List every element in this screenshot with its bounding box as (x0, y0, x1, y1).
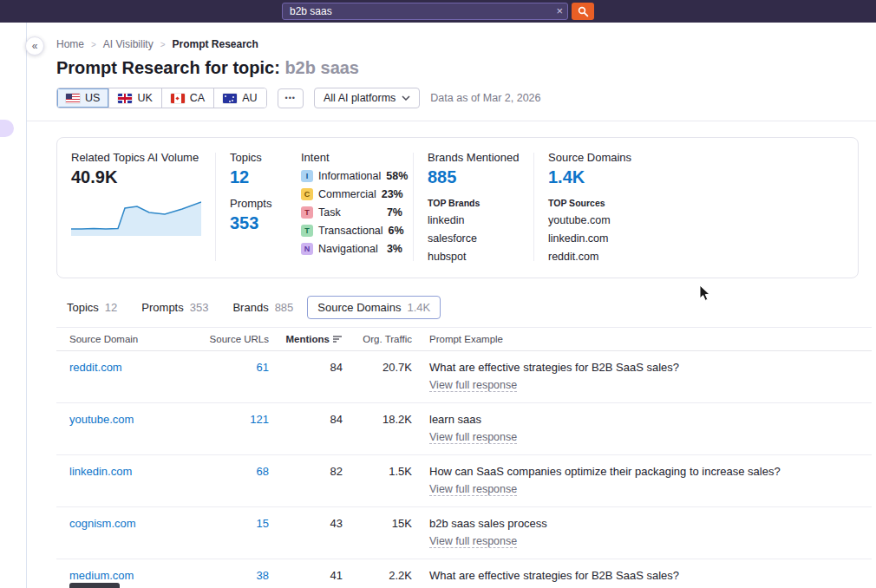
intent-pct: 58% (386, 170, 408, 182)
sidebar-collapse-button[interactable]: « (25, 36, 44, 56)
country-tab-uk[interactable]: UK (109, 88, 161, 108)
top-source-item: linkedin.com (548, 232, 847, 245)
ai-volume-value: 40.9K (71, 167, 205, 187)
org-traffic-value: 15K (343, 517, 412, 530)
col-header-source-domain[interactable]: Source Domain (69, 334, 208, 344)
source-urls-value[interactable]: 15 (208, 517, 269, 530)
domain-link[interactable]: youtube.com (69, 413, 134, 426)
country-tab-ca[interactable]: CA (162, 88, 214, 108)
tab-source-domains[interactable]: Source Domains 1.4K (307, 296, 441, 319)
domain-link[interactable]: reddit.com (69, 361, 122, 374)
source-urls-value[interactable]: 38 (208, 569, 269, 582)
prompt-example-text: What are effective strategies for B2B Sa… (429, 361, 872, 374)
prompt-example-text: learn saas (429, 413, 872, 426)
breadcrumb: Home > AI Visibility > Prompt Research (56, 38, 876, 50)
source-domains-value[interactable]: 1.4K (548, 167, 847, 187)
country-tab-au[interactable]: AU (214, 88, 265, 108)
sidebar-active-pill (0, 120, 14, 137)
topics-prompts-section: Topics 12 Prompts 353 (216, 151, 287, 263)
country-tab-us[interactable]: US (57, 88, 109, 108)
intent-item-informational: I Informational 58% (301, 170, 402, 182)
tab-label: Prompts (141, 301, 183, 314)
intent-label: Intent (301, 151, 402, 164)
source-urls-value[interactable]: 68 (208, 465, 269, 478)
topbar: × (0, 0, 876, 23)
source-domains-section: Source Domains 1.4K TOP Sources youtube.… (534, 151, 858, 263)
top-sources-label: TOP Sources (548, 198, 847, 208)
tabs-row: Topics 12 Prompts 353 Brands 885 Source … (56, 296, 876, 319)
prompt-example-text: What are effective strategies for B2B Sa… (429, 569, 872, 582)
tab-prompts[interactable]: Prompts 353 (131, 296, 219, 319)
intent-pct: 23% (382, 188, 403, 200)
tab-brands[interactable]: Brands 885 (222, 296, 304, 319)
filter-row: US UK CA AU ••• (56, 88, 876, 121)
summary-card: Related Topics AI Volume 40.9K Topics 12… (56, 137, 859, 278)
table-header-row: Source Domain Source URLs Mentions Org. … (56, 327, 872, 351)
domain-link[interactable]: medium.com (69, 569, 134, 582)
tab-count: 885 (275, 301, 294, 314)
search-button[interactable] (572, 3, 594, 20)
page-title-prefix: Prompt Research for topic: (56, 58, 284, 77)
view-full-response-link[interactable]: View full response (429, 431, 517, 444)
col-header-org-traffic[interactable]: Org. Traffic (343, 334, 412, 344)
ai-volume-section: Related Topics AI Volume 40.9K (57, 151, 215, 263)
prompts-label: Prompts (230, 197, 277, 210)
domain-link[interactable]: linkedin.com (69, 465, 132, 478)
prompt-example-text: How can SaaS companies optimize their pa… (429, 465, 872, 478)
col-header-prompt-example: Prompt Example (412, 334, 872, 344)
source-urls-value[interactable]: 121 (208, 413, 269, 426)
commercial-intent-icon: C (301, 188, 313, 200)
view-full-response-link[interactable]: View full response (429, 535, 517, 548)
divider (27, 121, 876, 121)
col-header-mentions[interactable]: Mentions (269, 334, 343, 344)
breadcrumb-separator-icon: > (91, 40, 96, 49)
top-source-item: youtube.com (548, 214, 847, 226)
tab-label: Brands (232, 301, 268, 314)
breadcrumb-current: Prompt Research (173, 38, 258, 50)
breadcrumb-separator-icon: > (160, 40, 166, 49)
brands-mentioned-section: Brands Mentioned 885 TOP Brands linkedin… (414, 151, 533, 263)
intent-item-navigational: N Navigational 3% (301, 243, 402, 255)
tab-topics[interactable]: Topics 12 (56, 296, 127, 319)
source-urls-value[interactable]: 61 (208, 361, 269, 374)
intent-item-transactional: T Transactional 6% (301, 225, 402, 237)
task-intent-icon: T (301, 206, 313, 219)
org-traffic-value: 2.2K (343, 569, 412, 582)
sort-icon (333, 335, 343, 343)
brands-value[interactable]: 885 (428, 167, 523, 187)
domain-link[interactable]: cognism.com (69, 517, 136, 530)
intent-name: Informational (318, 170, 381, 182)
intent-name: Commercial (318, 188, 376, 200)
intent-name: Navigational (318, 243, 378, 255)
mentions-value: 82 (269, 465, 343, 478)
intent-pct: 3% (387, 243, 402, 255)
mentions-value: 41 (269, 569, 343, 582)
data-as-of-label: Data as of Mar 2, 2026 (430, 92, 540, 104)
mentions-header-label: Mentions (286, 334, 330, 344)
view-full-response-link[interactable]: View full response (429, 483, 517, 496)
clear-search-icon[interactable]: × (556, 3, 563, 19)
prompts-value[interactable]: 353 (230, 213, 277, 233)
page-title-topic: b2b saas (284, 58, 359, 77)
more-countries-button[interactable]: ••• (278, 88, 304, 108)
search-input[interactable] (282, 3, 568, 20)
breadcrumb-home[interactable]: Home (56, 38, 84, 50)
mentions-value: 84 (269, 413, 343, 426)
mentions-value: 84 (269, 361, 343, 374)
country-label: US (85, 92, 100, 104)
country-label: AU (242, 92, 257, 104)
chevron-down-icon (402, 95, 410, 101)
col-header-source-urls[interactable]: Source URLs (208, 334, 269, 344)
country-label: UK (137, 92, 152, 104)
ai-volume-label: Related Topics AI Volume (71, 151, 205, 164)
breadcrumb-ai-visibility[interactable]: AI Visibility (103, 38, 154, 50)
sidebar-rail (0, 23, 27, 588)
topics-value[interactable]: 12 (230, 167, 277, 187)
source-domains-label: Source Domains (548, 151, 847, 164)
topics-label: Topics (230, 151, 277, 164)
intent-item-commercial: C Commercial 23% (301, 188, 402, 200)
tab-count: 1.4K (407, 301, 430, 314)
view-full-response-link[interactable]: View full response (429, 379, 517, 392)
us-flag-icon (66, 94, 80, 103)
ai-platforms-dropdown[interactable]: All AI platforms (314, 88, 420, 108)
